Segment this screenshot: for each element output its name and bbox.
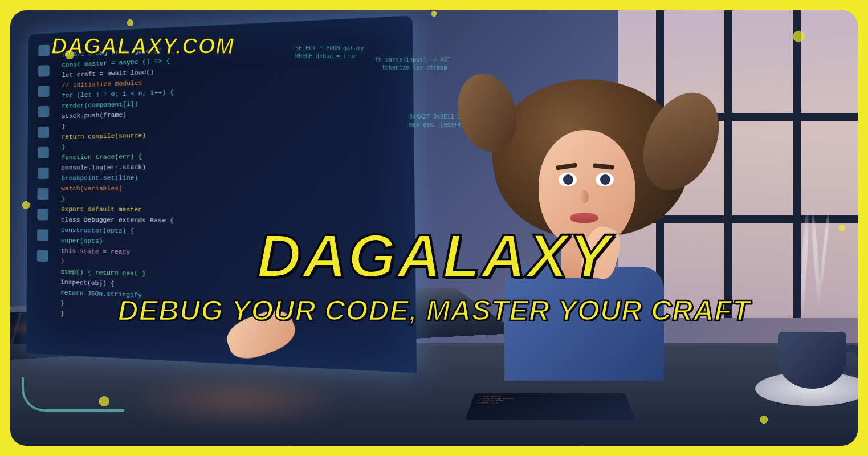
hologram-code-3: SELECT * FROM galaxy WHERE debug = true: [295, 44, 364, 60]
hero-banner-frame: import debug from 'galaxy' const master …: [10, 10, 858, 446]
tablet-device: > run build > compiling assets > [====] …: [465, 393, 635, 420]
cable-decoration: [22, 377, 124, 412]
site-url: DAGALAXY.COM: [51, 34, 234, 59]
tagline: DEBUG YOUR CODE, MASTER YOUR CRAFT: [10, 294, 858, 327]
hologram-code-1: fn parse(input) -> AST tokenize lex stre…: [375, 56, 450, 72]
brand-title: DAGALAXY: [10, 220, 858, 291]
